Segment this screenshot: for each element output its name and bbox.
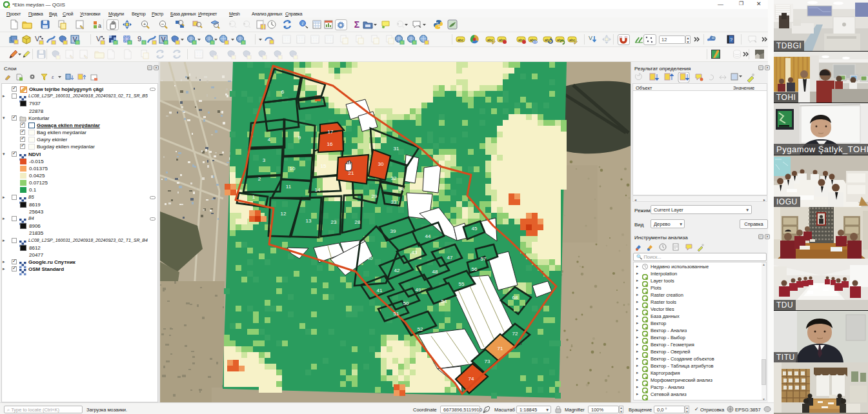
svg-text:39: 39: [390, 228, 396, 234]
svg-text:71: 71: [498, 346, 503, 351]
svg-text:10: 10: [290, 166, 296, 172]
svg-text:ε: ε: [52, 74, 54, 80]
svg-text:47: 47: [447, 255, 453, 261]
svg-text:9: 9: [298, 135, 301, 141]
svg-text:−: −: [161, 21, 165, 27]
svg-text:31: 31: [394, 146, 399, 152]
svg-text:6: 6: [281, 89, 285, 95]
svg-text:55: 55: [459, 281, 465, 287]
svg-text:12: 12: [281, 211, 287, 217]
svg-text:14: 14: [315, 187, 321, 193]
svg-text:54: 54: [441, 299, 447, 304]
svg-text:50: 50: [403, 301, 409, 306]
svg-text:74: 74: [469, 376, 474, 382]
svg-text:28: 28: [355, 219, 361, 225]
svg-text:40: 40: [367, 255, 373, 261]
svg-text:4: 4: [268, 137, 271, 143]
svg-text:?: ?: [730, 37, 733, 43]
svg-text:abc: abc: [569, 38, 576, 42]
svg-text:56: 56: [472, 266, 478, 272]
svg-text:48: 48: [432, 269, 438, 275]
svg-text:72: 72: [512, 331, 518, 337]
svg-text:Σ: Σ: [354, 19, 359, 30]
svg-text:17: 17: [328, 129, 334, 135]
svg-text:2: 2: [258, 176, 261, 182]
svg-text:1: 1: [252, 194, 256, 200]
svg-text:42: 42: [394, 268, 400, 273]
svg-text:33: 33: [391, 199, 397, 205]
svg-text:abc: abc: [458, 38, 464, 42]
svg-text:34: 34: [399, 186, 405, 192]
svg-text:abc: abc: [487, 38, 494, 42]
svg-text:11: 11: [286, 184, 292, 190]
svg-text:52: 52: [418, 326, 423, 332]
svg-text:23: 23: [331, 219, 337, 225]
svg-text:a: a: [98, 23, 101, 29]
svg-text:V: V: [589, 35, 592, 41]
svg-text:68: 68: [512, 295, 518, 301]
svg-text:3: 3: [263, 157, 266, 163]
svg-text:i: i: [302, 21, 303, 26]
svg-text:15: 15: [321, 163, 327, 169]
svg-text:49: 49: [416, 287, 421, 293]
svg-text:51: 51: [394, 311, 399, 317]
svg-text:57: 57: [481, 256, 487, 262]
svg-text:43: 43: [412, 250, 418, 255]
svg-text:73: 73: [485, 359, 490, 364]
svg-text:abc: abc: [557, 38, 563, 42]
svg-text:41: 41: [377, 288, 383, 293]
svg-text:abc: abc: [545, 38, 551, 42]
svg-text:13: 13: [306, 218, 312, 224]
svg-text:16: 16: [327, 141, 333, 147]
svg-text:44: 44: [425, 233, 431, 239]
svg-text:29: 29: [372, 193, 378, 199]
svg-text:69: 69: [541, 286, 547, 292]
svg-text:32: 32: [391, 175, 397, 181]
svg-text:+: +: [143, 21, 146, 27]
svg-text:30: 30: [378, 161, 384, 167]
svg-text:45: 45: [472, 226, 478, 232]
